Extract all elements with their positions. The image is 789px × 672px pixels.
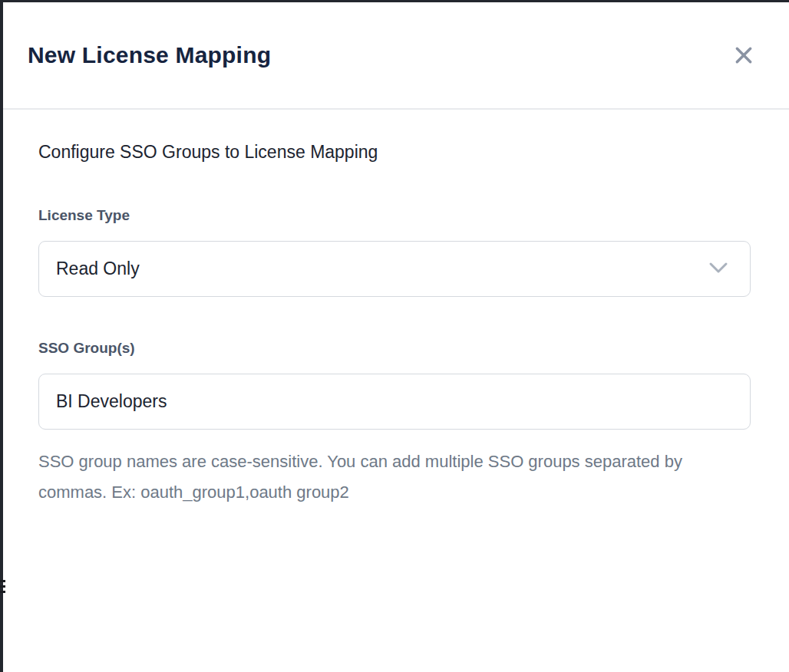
license-type-select[interactable]: Read Only [38, 241, 751, 297]
sso-groups-label: SSO Group(s) [38, 340, 754, 357]
chevron-down-icon [708, 262, 728, 277]
sso-groups-help-text: SSO group names are case-sensitive. You … [38, 446, 691, 508]
close-icon [734, 56, 754, 68]
license-type-selected-value: Read Only [56, 259, 140, 279]
dialog-subtitle: Configure SSO Groups to License Mapping [38, 142, 754, 163]
list-icon-fragment [0, 580, 5, 597]
license-type-label: License Type [38, 207, 754, 224]
page-edge-top [0, 0, 789, 2]
sso-groups-input[interactable] [38, 374, 751, 430]
dialog-header: New License Mapping [3, 2, 789, 110]
dialog-title: New License Mapping [28, 42, 271, 68]
dialog-body: Configure SSO Groups to License Mapping … [3, 110, 789, 508]
new-license-mapping-dialog: New License Mapping Configure SSO Groups… [3, 2, 789, 672]
page-edge-left [0, 0, 3, 672]
close-button[interactable] [729, 41, 758, 70]
